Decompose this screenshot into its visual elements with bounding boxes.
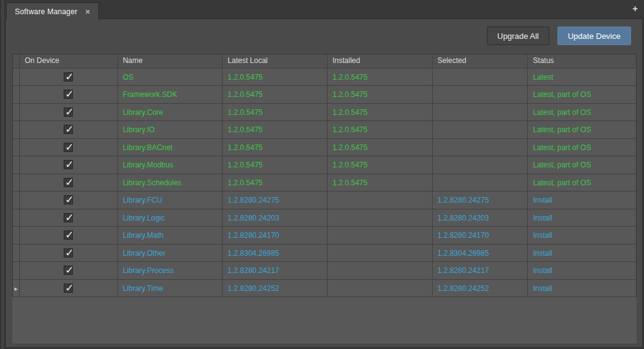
latest-local-cell: 1.2.0.5475 bbox=[222, 156, 328, 174]
current-row-indicator bbox=[13, 139, 20, 156]
current-row-indicator bbox=[13, 191, 20, 209]
installed-cell bbox=[328, 245, 433, 262]
checkmark-icon: ✓ bbox=[65, 262, 74, 279]
on-device-cell: ✓ bbox=[20, 104, 118, 121]
table-row[interactable]: ✓ Library.Math 1.2.8280.24170 1.2.8280.2… bbox=[13, 227, 636, 245]
name-cell: Framework.SDK bbox=[118, 86, 223, 103]
tab-bar: Software Manager ✕ + bbox=[5, 0, 644, 19]
table-row[interactable]: ✓ Library.BACnet 1.2.0.5475 1.2.0.5475 L… bbox=[13, 139, 636, 157]
latest-local-cell: 1.2.0.5475 bbox=[222, 86, 328, 103]
tab-title: Software Manager bbox=[15, 7, 77, 16]
header-installed[interactable]: Installed bbox=[328, 54, 433, 68]
header-indicator-cell bbox=[13, 54, 20, 68]
table-row[interactable]: ✓ Library.FCU 1.2.8280.24275 1.2.8280.24… bbox=[13, 191, 636, 209]
current-row-indicator bbox=[13, 69, 20, 86]
on-device-cell: ✓ bbox=[20, 86, 118, 103]
table-row[interactable]: ✓ Library.Core 1.2.0.5475 1.2.0.5475 Lat… bbox=[13, 104, 636, 122]
on-device-cell: ✓ bbox=[20, 227, 118, 244]
checkmark-icon: ✓ bbox=[65, 174, 74, 191]
on-device-checkbox[interactable]: ✓ bbox=[64, 72, 73, 82]
add-tab-button[interactable]: + bbox=[632, 4, 638, 13]
table-row[interactable]: ✓ Library.Modbus 1.2.0.5475 1.2.0.5475 L… bbox=[13, 156, 636, 174]
left-splitter-strip[interactable] bbox=[0, 0, 5, 349]
status-cell: Latest bbox=[528, 69, 636, 86]
installed-cell: 1.2.0.5475 bbox=[328, 156, 433, 174]
on-device-checkbox[interactable]: ✓ bbox=[64, 266, 73, 275]
installed-cell: 1.2.0.5475 bbox=[328, 174, 433, 191]
status-cell: Install bbox=[528, 280, 636, 297]
table-row[interactable]: ✓ Library.Schedules 1.2.0.5475 1.2.0.547… bbox=[13, 174, 636, 192]
status-cell: Install bbox=[528, 245, 636, 262]
latest-local-cell: 1.2.8280.24252 bbox=[222, 280, 328, 297]
table-row[interactable]: ✓ Framework.SDK 1.2.0.5475 1.2.0.5475 La… bbox=[13, 86, 636, 104]
table-row[interactable]: ✓ Library.IO 1.2.0.5475 1.2.0.5475 Lates… bbox=[13, 121, 636, 139]
status-cell: Install bbox=[528, 262, 636, 279]
on-device-checkbox[interactable]: ✓ bbox=[64, 90, 73, 99]
selected-cell bbox=[433, 69, 528, 86]
selected-cell bbox=[433, 174, 528, 191]
on-device-checkbox[interactable]: ✓ bbox=[64, 160, 73, 169]
on-device-checkbox[interactable]: ✓ bbox=[64, 230, 73, 240]
upgrade-all-button[interactable]: Upgrade All bbox=[487, 27, 549, 45]
on-device-checkbox[interactable]: ✓ bbox=[64, 284, 73, 293]
on-device-checkbox[interactable]: ✓ bbox=[64, 178, 73, 187]
on-device-checkbox[interactable]: ✓ bbox=[64, 125, 73, 134]
on-device-cell: ✓ bbox=[20, 69, 118, 86]
on-device-cell: ✓ bbox=[20, 191, 118, 209]
current-row-indicator bbox=[13, 86, 20, 103]
status-cell: Install bbox=[528, 227, 636, 244]
installed-cell bbox=[328, 209, 433, 227]
installed-cell bbox=[328, 262, 433, 279]
installed-cell: 1.2.0.5475 bbox=[328, 69, 433, 86]
table-row[interactable]: ✓ Library.Other 1.2.8304.26985 1.2.8304.… bbox=[13, 245, 636, 263]
header-latest-local[interactable]: Latest Local bbox=[222, 54, 328, 68]
latest-local-cell: 1.2.8280.24217 bbox=[222, 262, 328, 279]
on-device-cell: ✓ bbox=[20, 139, 118, 156]
table-row[interactable]: ▶ ✓ Library.Time 1.2.8280.24252 1.2.8280… bbox=[13, 280, 636, 298]
on-device-checkbox[interactable]: ✓ bbox=[64, 248, 73, 258]
software-table: On Device Name Latest Local Installed Se… bbox=[12, 54, 637, 297]
status-cell: Latest, part of OS bbox=[528, 86, 636, 103]
on-device-checkbox[interactable]: ✓ bbox=[64, 195, 73, 204]
close-tab-icon[interactable]: ✕ bbox=[85, 8, 90, 15]
header-status[interactable]: Status bbox=[528, 54, 636, 68]
table-body: ✓ OS 1.2.0.5475 1.2.0.5475 Latest ✓ Fram… bbox=[13, 69, 636, 298]
current-row-indicator bbox=[13, 262, 20, 279]
table-row[interactable]: ✓ OS 1.2.0.5475 1.2.0.5475 Latest bbox=[13, 69, 636, 86]
selected-cell bbox=[433, 121, 528, 138]
checkmark-icon: ✓ bbox=[65, 121, 74, 138]
on-device-cell: ✓ bbox=[20, 174, 118, 191]
on-device-cell: ✓ bbox=[20, 156, 118, 174]
header-name[interactable]: Name bbox=[118, 54, 223, 68]
name-cell: OS bbox=[118, 69, 223, 86]
name-cell: Library.Time bbox=[118, 280, 223, 297]
status-cell: Latest, part of OS bbox=[528, 139, 636, 156]
on-device-checkbox[interactable]: ✓ bbox=[64, 143, 73, 152]
on-device-checkbox[interactable]: ✓ bbox=[64, 213, 73, 222]
selected-cell bbox=[433, 104, 528, 121]
current-row-indicator bbox=[13, 104, 20, 121]
tab-software-manager[interactable]: Software Manager ✕ bbox=[6, 2, 99, 20]
current-row-indicator: ▶ bbox=[13, 280, 20, 297]
current-row-indicator bbox=[13, 174, 20, 191]
selected-cell bbox=[433, 139, 528, 156]
update-device-button[interactable]: Update Device bbox=[557, 27, 631, 45]
on-device-cell: ✓ bbox=[20, 280, 118, 297]
current-row-indicator bbox=[13, 156, 20, 174]
installed-cell bbox=[328, 280, 433, 297]
status-cell: Latest, part of OS bbox=[528, 104, 636, 121]
checkmark-icon: ✓ bbox=[65, 156, 74, 173]
checkmark-icon: ✓ bbox=[65, 86, 74, 103]
selected-cell: 1.2.8280.24170 bbox=[433, 227, 528, 244]
software-manager-panel: Upgrade All Update Device On Device Name… bbox=[5, 19, 643, 348]
current-row-indicator bbox=[13, 227, 20, 244]
current-row-indicator bbox=[13, 245, 20, 262]
header-selected[interactable]: Selected bbox=[433, 54, 528, 68]
latest-local-cell: 1.2.8280.24170 bbox=[222, 227, 328, 244]
table-row[interactable]: ✓ Library.Logic 1.2.8280.24203 1.2.8280.… bbox=[13, 209, 636, 227]
on-device-checkbox[interactable]: ✓ bbox=[64, 107, 73, 117]
table-row[interactable]: ✓ Library.Process 1.2.8280.24217 1.2.828… bbox=[13, 262, 636, 280]
status-cell: Latest, part of OS bbox=[528, 156, 636, 174]
on-device-cell: ✓ bbox=[20, 245, 118, 262]
header-on-device[interactable]: On Device bbox=[20, 54, 118, 68]
